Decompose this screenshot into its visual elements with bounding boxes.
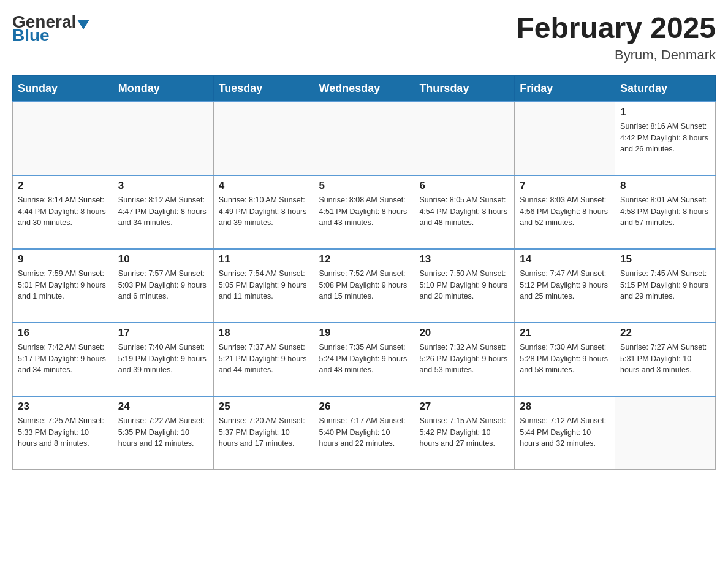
day-number: 1 [620, 106, 710, 118]
calendar-day-header: Sunday [13, 75, 113, 102]
day-number: 21 [520, 327, 610, 339]
calendar-day-cell: 23Sunrise: 7:25 AM Sunset: 5:33 PM Dayli… [13, 396, 113, 470]
day-number: 10 [118, 253, 208, 266]
calendar-day-cell: 9Sunrise: 7:59 AM Sunset: 5:01 PM Daylig… [13, 249, 113, 323]
calendar-week-row: 9Sunrise: 7:59 AM Sunset: 5:01 PM Daylig… [13, 249, 716, 323]
day-number: 15 [620, 253, 710, 266]
day-info: Sunrise: 7:47 AM Sunset: 5:12 PM Dayligh… [520, 268, 610, 302]
day-info: Sunrise: 7:40 AM Sunset: 5:19 PM Dayligh… [118, 342, 208, 376]
calendar-day-cell: 3Sunrise: 8:12 AM Sunset: 4:47 PM Daylig… [113, 175, 213, 249]
day-info: Sunrise: 7:30 AM Sunset: 5:28 PM Dayligh… [520, 342, 610, 376]
day-info: Sunrise: 7:59 AM Sunset: 5:01 PM Dayligh… [18, 268, 108, 302]
calendar-day-cell [113, 102, 213, 175]
calendar-day-cell [515, 102, 615, 175]
calendar-day-cell: 27Sunrise: 7:15 AM Sunset: 5:42 PM Dayli… [414, 396, 515, 470]
calendar-day-cell: 2Sunrise: 8:14 AM Sunset: 4:44 PM Daylig… [13, 175, 113, 249]
calendar-day-cell: 4Sunrise: 8:10 AM Sunset: 4:49 PM Daylig… [213, 175, 314, 249]
day-info: Sunrise: 7:32 AM Sunset: 5:26 PM Dayligh… [419, 342, 509, 376]
day-number: 14 [520, 253, 610, 266]
logo-triangle-icon [77, 20, 89, 29]
day-info: Sunrise: 7:42 AM Sunset: 5:17 PM Dayligh… [18, 342, 108, 376]
calendar-week-row: 16Sunrise: 7:42 AM Sunset: 5:17 PM Dayli… [13, 323, 716, 396]
day-number: 28 [520, 400, 610, 413]
calendar-day-header: Wednesday [314, 75, 414, 102]
calendar-header-row: SundayMondayTuesdayWednesdayThursdayFrid… [13, 75, 716, 102]
day-info: Sunrise: 7:20 AM Sunset: 5:37 PM Dayligh… [219, 415, 309, 450]
calendar-day-cell: 18Sunrise: 7:37 AM Sunset: 5:21 PM Dayli… [213, 323, 314, 396]
calendar-day-cell: 26Sunrise: 7:17 AM Sunset: 5:40 PM Dayli… [314, 396, 414, 470]
calendar-table: SundayMondayTuesdayWednesdayThursdayFrid… [12, 75, 716, 470]
day-info: Sunrise: 7:57 AM Sunset: 5:03 PM Dayligh… [118, 268, 208, 302]
calendar-day-cell [615, 396, 716, 470]
title-area: February 2025 Byrum, Denmark [516, 12, 716, 63]
calendar-day-cell: 6Sunrise: 8:05 AM Sunset: 4:54 PM Daylig… [414, 175, 515, 249]
day-info: Sunrise: 8:01 AM Sunset: 4:58 PM Dayligh… [620, 194, 710, 229]
day-number: 3 [118, 180, 208, 192]
calendar-day-cell: 16Sunrise: 7:42 AM Sunset: 5:17 PM Dayli… [13, 323, 113, 396]
calendar-day-cell: 8Sunrise: 8:01 AM Sunset: 4:58 PM Daylig… [615, 175, 716, 249]
day-number: 13 [419, 253, 509, 266]
calendar-day-cell: 20Sunrise: 7:32 AM Sunset: 5:26 PM Dayli… [414, 323, 515, 396]
page-header: General Blue February 2025 Byrum, Denmar… [12, 12, 716, 63]
calendar-day-cell: 14Sunrise: 7:47 AM Sunset: 5:12 PM Dayli… [515, 249, 615, 323]
day-number: 11 [219, 253, 309, 266]
day-info: Sunrise: 8:10 AM Sunset: 4:49 PM Dayligh… [219, 194, 309, 229]
calendar-day-cell: 25Sunrise: 7:20 AM Sunset: 5:37 PM Dayli… [213, 396, 314, 470]
day-number: 7 [520, 180, 610, 192]
day-number: 18 [219, 327, 309, 339]
logo-blue-text: Blue [12, 26, 50, 45]
day-number: 26 [319, 400, 409, 413]
day-number: 9 [18, 253, 108, 266]
calendar-day-header: Saturday [615, 75, 716, 102]
calendar-day-cell: 1Sunrise: 8:16 AM Sunset: 4:42 PM Daylig… [615, 102, 716, 175]
calendar-day-cell: 11Sunrise: 7:54 AM Sunset: 5:05 PM Dayli… [213, 249, 314, 323]
day-number: 25 [219, 400, 309, 413]
day-info: Sunrise: 8:03 AM Sunset: 4:56 PM Dayligh… [520, 194, 610, 229]
day-number: 4 [219, 180, 309, 192]
day-info: Sunrise: 8:12 AM Sunset: 4:47 PM Dayligh… [118, 194, 208, 229]
calendar-day-cell: 22Sunrise: 7:27 AM Sunset: 5:31 PM Dayli… [615, 323, 716, 396]
day-number: 6 [419, 180, 509, 192]
day-number: 16 [18, 327, 108, 339]
day-number: 19 [319, 327, 409, 339]
day-number: 17 [118, 327, 208, 339]
calendar-day-cell: 12Sunrise: 7:52 AM Sunset: 5:08 PM Dayli… [314, 249, 414, 323]
day-info: Sunrise: 7:17 AM Sunset: 5:40 PM Dayligh… [319, 415, 409, 450]
calendar-day-header: Tuesday [213, 75, 314, 102]
calendar-week-row: 2Sunrise: 8:14 AM Sunset: 4:44 PM Daylig… [13, 175, 716, 249]
day-number: 23 [18, 400, 108, 413]
calendar-day-cell [414, 102, 515, 175]
day-number: 20 [419, 327, 509, 339]
calendar-day-cell: 7Sunrise: 8:03 AM Sunset: 4:56 PM Daylig… [515, 175, 615, 249]
calendar-day-cell: 21Sunrise: 7:30 AM Sunset: 5:28 PM Dayli… [515, 323, 615, 396]
day-number: 12 [319, 253, 409, 266]
day-number: 8 [620, 180, 710, 192]
calendar-day-cell: 19Sunrise: 7:35 AM Sunset: 5:24 PM Dayli… [314, 323, 414, 396]
day-number: 2 [18, 180, 108, 192]
calendar-day-cell: 17Sunrise: 7:40 AM Sunset: 5:19 PM Dayli… [113, 323, 213, 396]
day-info: Sunrise: 7:37 AM Sunset: 5:21 PM Dayligh… [219, 342, 309, 376]
day-info: Sunrise: 7:12 AM Sunset: 5:44 PM Dayligh… [520, 415, 610, 450]
calendar-day-cell [13, 102, 113, 175]
day-info: Sunrise: 8:16 AM Sunset: 4:42 PM Dayligh… [620, 121, 710, 155]
day-number: 5 [319, 180, 409, 192]
calendar-day-cell: 15Sunrise: 7:45 AM Sunset: 5:15 PM Dayli… [615, 249, 716, 323]
calendar-day-cell [213, 102, 314, 175]
calendar-day-cell [314, 102, 414, 175]
day-info: Sunrise: 7:50 AM Sunset: 5:10 PM Dayligh… [419, 268, 509, 302]
calendar-day-cell: 10Sunrise: 7:57 AM Sunset: 5:03 PM Dayli… [113, 249, 213, 323]
day-info: Sunrise: 7:54 AM Sunset: 5:05 PM Dayligh… [219, 268, 309, 302]
logo: General Blue [12, 12, 91, 45]
calendar-week-row: 23Sunrise: 7:25 AM Sunset: 5:33 PM Dayli… [13, 396, 716, 470]
calendar-day-cell: 13Sunrise: 7:50 AM Sunset: 5:10 PM Dayli… [414, 249, 515, 323]
day-number: 22 [620, 327, 710, 339]
day-info: Sunrise: 8:14 AM Sunset: 4:44 PM Dayligh… [18, 194, 108, 229]
month-title: February 2025 [516, 12, 716, 45]
calendar-day-cell: 5Sunrise: 8:08 AM Sunset: 4:51 PM Daylig… [314, 175, 414, 249]
day-info: Sunrise: 7:52 AM Sunset: 5:08 PM Dayligh… [319, 268, 409, 302]
day-info: Sunrise: 7:45 AM Sunset: 5:15 PM Dayligh… [620, 268, 710, 302]
calendar-day-header: Thursday [414, 75, 515, 102]
calendar-day-cell: 24Sunrise: 7:22 AM Sunset: 5:35 PM Dayli… [113, 396, 213, 470]
day-info: Sunrise: 7:15 AM Sunset: 5:42 PM Dayligh… [419, 415, 509, 450]
day-info: Sunrise: 7:25 AM Sunset: 5:33 PM Dayligh… [18, 415, 108, 450]
